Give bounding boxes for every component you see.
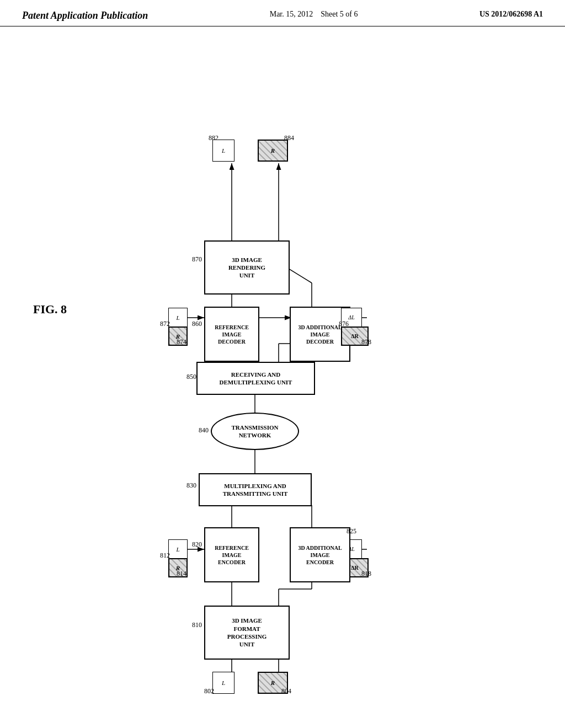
label-820: 820 xyxy=(192,540,202,549)
box-860: REFERENCE IMAGE DECODER xyxy=(204,307,259,362)
box-840: TRANSMISSION NETWORK xyxy=(211,413,299,450)
label-825: 825 xyxy=(347,527,356,536)
label-840: 840 xyxy=(199,426,209,435)
header-center: Mar. 15, 2012 Sheet 5 of 6 xyxy=(270,10,358,19)
box-820: REFERENCE IMAGE ENCODER xyxy=(204,527,259,582)
label-874: 874 xyxy=(177,338,186,346)
label-802: 802 xyxy=(204,687,214,695)
box-884-R: R xyxy=(258,140,288,162)
label-810: 810 xyxy=(192,621,202,629)
figure-label: FIG. 8 xyxy=(33,302,67,317)
label-860: 860 xyxy=(192,320,202,328)
box-870: 3D IMAGE RENDERING UNIT xyxy=(204,240,290,295)
header-right: US 2012/062698 A1 xyxy=(479,10,543,19)
box-850: RECEIVING AND DEMULTIPLEXING UNIT xyxy=(196,362,315,395)
label-878: 878 xyxy=(361,338,371,346)
label-850: 850 xyxy=(186,373,196,381)
box-825: 3D ADDITIONAL IMAGE ENCODER xyxy=(290,527,350,582)
box-882-L: L xyxy=(212,140,234,162)
label-830: 830 xyxy=(186,481,196,490)
label-884: 884 xyxy=(284,134,294,142)
diagram: FIG. 8 L 802 R 804 3D IMAGE FORMAT PROCE… xyxy=(0,32,565,716)
box-872-L: L xyxy=(168,308,188,327)
box-812-L: L xyxy=(168,539,188,559)
box-802-L: L xyxy=(212,672,234,694)
page-header: Patent Application Publication Mar. 15, … xyxy=(0,0,565,26)
label-818: 818 xyxy=(361,570,371,578)
header-left: Patent Application Publication xyxy=(22,10,148,22)
box-810: 3D IMAGE FORMAT PROCESSING UNIT xyxy=(204,606,290,660)
label-882: 882 xyxy=(209,134,218,142)
label-814: 814 xyxy=(177,570,186,578)
label-804: 804 xyxy=(281,687,291,695)
label-870: 870 xyxy=(192,255,202,264)
box-830: MULTIPLEXING AND TRANSMITTING UNIT xyxy=(199,473,312,506)
